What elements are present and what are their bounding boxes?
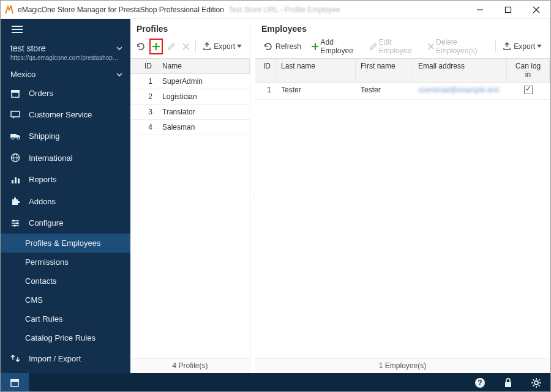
bottom-store-button[interactable] [1,373,29,392]
svg-rect-34 [11,382,18,386]
profiles-add-button[interactable] [149,39,163,54]
profile-row[interactable]: 1SuperAdmin [130,74,250,89]
svg-rect-18 [18,179,20,183]
col-firstname[interactable]: First name [356,59,413,82]
employees-edit-button[interactable]: Edit Employee [365,39,422,54]
employees-status: 1 Employee(s) [255,358,550,373]
swap-icon [10,353,21,363]
employee-row[interactable]: 1 Tester Tester useremail@example.test [255,83,550,100]
col-email[interactable]: Email address [413,59,507,82]
country-selector[interactable]: Mexico [1,66,130,83]
svg-point-38 [534,381,538,385]
hamburger-button[interactable] [1,19,130,40]
panel-splitter[interactable]: ⋮ [250,19,255,373]
window-minimize-button[interactable] [466,1,494,19]
col-id[interactable]: ID [255,59,276,82]
employees-grid-header: ID Last name First name Email address Ca… [255,59,550,83]
store-name: test store [10,43,121,53]
subnav-catalog-price-rules[interactable]: Catalog Price Rules [1,328,130,347]
profiles-panel: Profiles Export [130,19,250,373]
profile-row[interactable]: 3Translator [130,105,250,120]
app-icon [4,5,14,15]
store-url: https://qa.emagicone.com/prestashop_1764… [10,54,121,61]
svg-line-46 [539,379,540,380]
profiles-title: Profiles [130,19,250,37]
nav-reports[interactable]: Reports [1,169,130,190]
svg-rect-1 [506,7,511,12]
chevron-down-icon [116,45,123,52]
svg-rect-16 [12,180,13,183]
svg-point-12 [17,137,20,139]
nav: Orders Customer Service Shipping Interna… [1,83,130,373]
bottom-settings-button[interactable] [522,373,550,392]
chat-icon [10,111,21,119]
nav-label: Reports [29,175,57,184]
col-canlogin[interactable]: Can log in [507,59,550,82]
svg-line-43 [533,379,534,380]
chevron-down-icon [116,71,123,78]
sidebar: test store https://qa.emagicone.com/pres… [1,19,130,373]
subnav-cart-rules[interactable]: Cart Rules [1,309,130,328]
chart-icon [10,176,21,184]
archive-icon [10,89,21,98]
nav-addons[interactable]: Addons [1,190,130,212]
bottom-bar: ? [1,373,550,392]
subnav-permissions[interactable]: Permissions [1,253,130,272]
profiles-edit-button[interactable] [164,39,178,54]
window-maximize-button[interactable] [494,1,522,19]
svg-text:?: ? [478,379,482,387]
svg-rect-37 [505,382,511,387]
employees-delete-button[interactable]: Delete Employee(s) [423,39,493,54]
nav-shipping[interactable]: Shipping [1,125,130,147]
col-id[interactable]: ID [130,59,157,73]
subnav-contacts[interactable]: Contacts [1,272,130,290]
employees-export-button[interactable]: Export [498,39,546,54]
subnav-cms[interactable]: CMS [1,290,130,309]
nav-international[interactable]: International [1,147,130,169]
window-title: eMagicOne Store Manager for PrestaShop P… [18,6,466,14]
nav-label: Import / Export [29,354,81,363]
country-label: Mexico [10,70,36,79]
col-lastname[interactable]: Last name [276,59,356,82]
nav-customer-service[interactable]: Customer Service [1,104,130,125]
svg-rect-8 [12,92,19,97]
can-login-checkbox[interactable] [524,86,533,94]
profiles-refresh-button[interactable] [134,39,148,54]
svg-line-45 [533,385,534,386]
svg-point-22 [12,220,14,221]
nav-import-export[interactable]: Import / Export [1,347,130,369]
bottom-help-button[interactable]: ? [466,373,494,392]
profiles-grid-body: 1SuperAdmin 2Logistician 3Translator 4Sa… [130,74,250,358]
separator [495,40,496,53]
profile-row[interactable]: 2Logistician [130,89,250,105]
profiles-toolbar: Export [130,37,250,59]
employees-grid-body: 1 Tester Tester useremail@example.test [255,83,550,358]
nav-label: Orders [29,89,53,98]
nav-label: Configure [29,218,63,227]
col-name[interactable]: Name [157,59,250,73]
nav-orders[interactable]: Orders [1,83,130,104]
svg-rect-9 [11,111,20,117]
profile-row[interactable]: 4Salesman [130,120,250,135]
store-selector[interactable]: test store https://qa.emagicone.com/pres… [1,40,130,66]
nav-configure[interactable]: Configure [1,212,130,234]
svg-rect-17 [15,177,17,183]
nav-label: Shipping [29,131,60,141]
nav-label: Addons [29,197,56,206]
profiles-delete-button[interactable] [179,39,193,54]
puzzle-icon [10,196,21,206]
nav-label: Customer Service [29,110,92,119]
profiles-export-button[interactable]: Export [198,39,246,54]
svg-point-11 [12,137,14,139]
main-content: Profiles Export [130,19,550,373]
employees-add-button[interactable]: Add Employee [307,39,364,54]
window-close-button[interactable] [522,1,550,19]
employees-refresh-button[interactable]: Refresh [259,39,305,54]
employee-email-hidden: useremail@example.test [418,86,499,94]
subnav-profiles-employees[interactable]: Profiles & Employees [1,234,130,253]
profiles-status: 4 Profile(s) [130,358,250,373]
bottom-lock-button[interactable] [494,373,522,392]
globe-icon [10,153,21,163]
separator [195,40,196,53]
truck-icon [10,132,21,141]
